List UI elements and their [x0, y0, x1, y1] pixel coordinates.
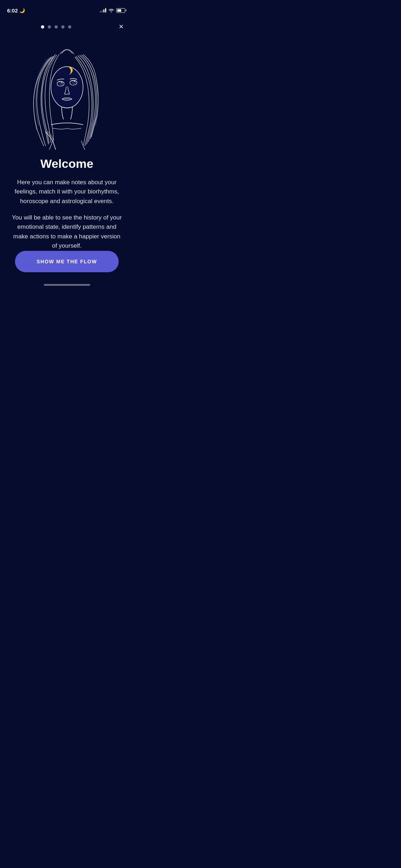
dot-5 — [68, 25, 71, 29]
status-bar: 6:02 🌙 — [0, 0, 134, 16]
illustration-container — [0, 36, 134, 150]
dot-1 — [41, 25, 44, 29]
time-display: 6:02 — [7, 7, 18, 14]
content-section: Welcome Here you can make notes about yo… — [0, 150, 134, 250]
dot-4 — [61, 25, 65, 29]
signal-icon — [100, 8, 106, 12]
svg-point-5 — [73, 81, 76, 84]
description-1: Here you can make notes about your feeli… — [10, 178, 124, 206]
close-icon: × — [119, 23, 124, 31]
dot-3 — [55, 25, 58, 29]
description-2: You will be able to see the history of y… — [10, 213, 124, 250]
moon-status-icon: 🌙 — [19, 8, 25, 13]
home-indicator — [44, 284, 90, 286]
svg-point-2 — [60, 82, 63, 85]
nav-row: × — [0, 16, 134, 36]
svg-point-3 — [61, 83, 62, 83]
dot-2 — [48, 25, 51, 29]
svg-point-6 — [74, 81, 74, 82]
pagination-dots — [7, 25, 105, 29]
battery-icon — [116, 8, 127, 13]
show-flow-button[interactable]: SHOW ME THE FLOW — [15, 251, 119, 272]
svg-point-0 — [51, 67, 83, 108]
cta-container: SHOW ME THE FLOW — [0, 251, 134, 272]
close-button[interactable]: × — [116, 21, 127, 32]
wifi-icon — [108, 8, 114, 12]
welcome-title: Welcome — [10, 157, 124, 171]
woman-illustration — [17, 36, 117, 150]
status-icons — [100, 8, 127, 13]
status-time: 6:02 🌙 — [7, 7, 25, 14]
